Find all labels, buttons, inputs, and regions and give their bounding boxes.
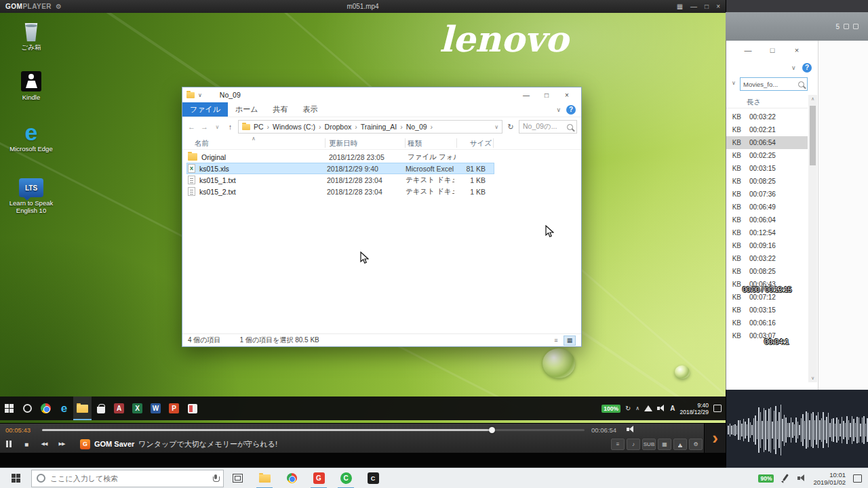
seek-fill[interactable] xyxy=(42,429,492,431)
column-header-type[interactable]: 種類 xyxy=(408,139,422,148)
sync-icon[interactable]: ↻ xyxy=(625,405,631,412)
tab-home[interactable]: ホーム xyxy=(228,102,266,117)
maximize-button[interactable]: □ xyxy=(536,92,557,99)
chevron-up-icon[interactable]: ∧ xyxy=(635,405,639,411)
playlist-row[interactable]: KB00:06:54 xyxy=(726,136,808,149)
column-header-length[interactable]: 長さ xyxy=(726,95,808,108)
ribbon-collapse-icon[interactable]: ∨ xyxy=(791,64,796,71)
chrome-taskbar-icon[interactable] xyxy=(37,396,55,420)
forward-button[interactable]: → xyxy=(199,123,210,131)
tab-share[interactable]: 共有 xyxy=(266,102,296,117)
thumbnail-view-button[interactable]: ▦ xyxy=(564,336,576,346)
breadcrumb-item[interactable]: Training_AI xyxy=(361,123,406,131)
pause-button[interactable] xyxy=(0,436,18,451)
chrome-taskbar-icon[interactable] xyxy=(278,468,305,488)
explorer-taskbar-icon[interactable] xyxy=(251,468,278,488)
unknown-app-taskbar-icon[interactable] xyxy=(183,396,201,420)
playlist-row[interactable]: KB00:03:22 xyxy=(726,252,808,265)
breadcrumb-item[interactable]: PC xyxy=(254,123,273,131)
eject-button[interactable]: ▲ xyxy=(673,439,687,450)
playlist-row[interactable]: KB00:07:36 xyxy=(726,188,808,201)
desktop-icon-recycle-bin[interactable]: ごみ箱 xyxy=(9,18,54,51)
task-view-button[interactable] xyxy=(224,468,251,488)
list-view-button[interactable]: ≡ xyxy=(550,336,562,346)
gom-taskbar-icon[interactable]: G xyxy=(305,468,332,488)
playlist-row[interactable]: KB00:03:22 xyxy=(726,110,808,123)
column-header-name[interactable]: 名前 xyxy=(195,139,209,148)
next-button[interactable]: ▶▶ xyxy=(53,436,71,451)
column-header-date[interactable]: 更新日時 xyxy=(329,139,357,148)
playlist-row[interactable]: KB00:08:25 xyxy=(726,265,808,278)
refresh-button[interactable]: ↻ xyxy=(505,123,516,131)
search-box[interactable] xyxy=(31,470,224,487)
playlist-row[interactable]: KB00:03:15 xyxy=(726,304,808,317)
breadcrumb-item[interactable]: Dropbox xyxy=(325,123,361,131)
tab-file[interactable]: ファイル xyxy=(182,102,228,117)
explorer-search-box[interactable]: Movies_fo... xyxy=(740,77,808,91)
playlist-row[interactable]: KB00:12:54 xyxy=(726,226,808,239)
history-dropdown-icon[interactable]: ∨ xyxy=(212,124,222,130)
ime-indicator[interactable]: A xyxy=(670,405,675,412)
notification-icon[interactable] xyxy=(713,405,722,412)
speaker-icon[interactable] xyxy=(657,405,665,412)
explorer-titlebar[interactable]: ∨ No_09 — □ × xyxy=(182,87,581,102)
access-taskbar-icon[interactable]: A xyxy=(110,396,128,420)
file-row[interactable]: Original2018/12/28 23:05ファイル フォルダー xyxy=(186,151,494,163)
column-header-size[interactable]: サイズ xyxy=(459,139,492,148)
scroll-up-icon[interactable]: ∧ xyxy=(808,95,817,103)
address-bar[interactable]: PC Windows (C:) Dropbox Training_AI No_0… xyxy=(238,120,502,134)
address-dropdown-icon[interactable]: ∨ xyxy=(732,80,736,86)
file-row[interactable]: ks015_1.txt2018/12/28 23:04テキスト ドキュメント1 … xyxy=(186,174,494,186)
explorer-taskbar-icon[interactable] xyxy=(73,396,92,420)
up-button[interactable]: ↑ xyxy=(225,123,235,131)
explorer-search-box[interactable]: No_09の... xyxy=(519,120,577,134)
back-button[interactable]: ← xyxy=(186,123,197,131)
powerpoint-taskbar-icon[interactable]: P xyxy=(165,396,183,420)
start-button[interactable] xyxy=(0,396,18,420)
gom-titlebar[interactable]: GOMPLAYER ⚙ m051.mp4 ▦ — □ × xyxy=(0,0,726,13)
playlist-row[interactable]: KB00:02:21 xyxy=(726,123,808,136)
file-row[interactable]: Xks015.xls2018/12/29 9:40Microsoft Excel… xyxy=(186,163,494,174)
close-button[interactable]: × xyxy=(557,92,577,99)
ribbon-collapse-icon[interactable]: ∨ xyxy=(556,106,561,113)
gear-icon[interactable]: ⚙ xyxy=(56,3,62,10)
panel-toggle-button[interactable]: › xyxy=(704,424,726,453)
battery-badge[interactable]: 100% xyxy=(601,405,620,413)
help-icon[interactable]: ? xyxy=(566,105,576,115)
store-taskbar-icon[interactable] xyxy=(92,396,110,420)
wifi-icon[interactable] xyxy=(644,405,652,411)
speaker-icon[interactable] xyxy=(797,474,806,482)
playlist-row[interactable]: KB00:02:25 xyxy=(726,149,808,162)
microphone-icon[interactable] xyxy=(213,474,218,483)
cortana-button[interactable] xyxy=(18,396,37,420)
maximize-button[interactable]: □ xyxy=(760,46,785,54)
camtasia-taskbar-icon[interactable]: C xyxy=(332,468,359,488)
close-button[interactable]: × xyxy=(785,46,809,54)
notification-icon[interactable] xyxy=(853,474,862,483)
breadcrumb-item[interactable]: Windows (C:) xyxy=(273,123,325,131)
panel-icon[interactable]: ▦ xyxy=(677,3,683,10)
address-dropdown-icon[interactable]: ∨ xyxy=(494,124,498,130)
settings-button[interactable]: ⚙ xyxy=(689,439,703,450)
subtitle-button[interactable]: SUB xyxy=(642,439,656,450)
excel-taskbar-icon[interactable]: X xyxy=(128,396,146,420)
playlist-button[interactable]: ≡ xyxy=(611,439,625,450)
capture-button[interactable]: ▦ xyxy=(658,439,671,450)
playlist-row[interactable]: KB00:06:04 xyxy=(726,214,808,226)
video-display[interactable]: lenovo ごみ箱 Kindle e Microsoft Edge LTS L… xyxy=(0,13,726,423)
word-taskbar-icon[interactable]: W xyxy=(146,396,165,420)
close-button[interactable]: × xyxy=(716,3,720,10)
scroll-down-icon[interactable]: ∨ xyxy=(808,374,817,382)
maximize-button[interactable]: □ xyxy=(705,3,709,10)
quick-access-dropdown-icon[interactable]: ∨ xyxy=(198,92,202,98)
playlist-row[interactable]: KB00:03:15 xyxy=(726,162,808,175)
app-c-taskbar-icon[interactable]: C xyxy=(359,468,387,488)
breadcrumb-item[interactable]: No_09 xyxy=(406,123,436,131)
scrollbar[interactable]: ∧ ∨ xyxy=(808,95,817,382)
scrollbar-thumb[interactable] xyxy=(810,106,816,165)
start-button[interactable] xyxy=(0,468,31,488)
pen-icon[interactable] xyxy=(781,474,790,483)
help-icon[interactable]: ? xyxy=(802,63,812,73)
file-row[interactable]: ks015_2.txt2018/12/28 23:04テキスト ドキュメント1 … xyxy=(186,186,494,197)
edge-taskbar-icon[interactable]: e xyxy=(55,396,73,420)
